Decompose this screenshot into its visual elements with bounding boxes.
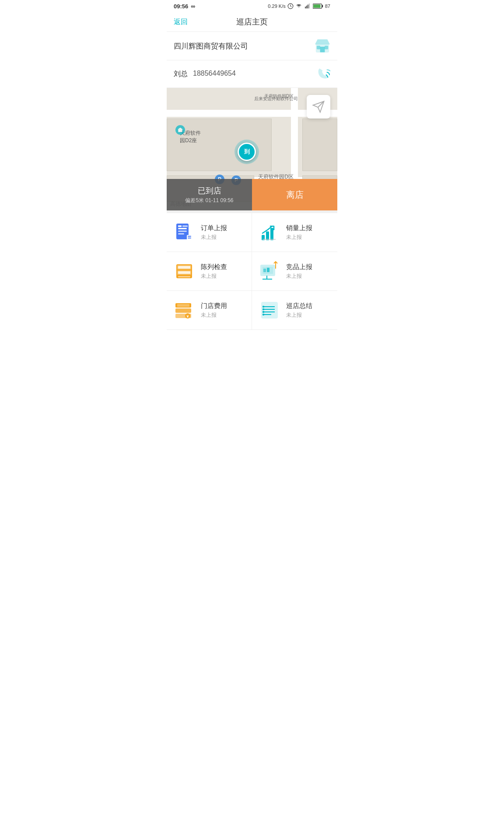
action-text-tour-summary: 巡店总结 未上报 [286,302,312,319]
leave-button[interactable]: 离店 [252,179,337,210]
map-area: 天府软件园D区 后来安运外勤软件公司 天府软件园D2座 天府软件园D区 P P … [167,88,337,210]
svg-rect-1 [305,7,306,8]
svg-rect-31 [178,276,190,277]
action-item-store-fee[interactable]: ¥ 门店费用 未上报 [167,291,252,330]
svg-rect-18 [178,225,182,227]
call-icon[interactable] [315,66,330,81]
svg-rect-22 [188,236,191,237]
svg-rect-10 [317,46,320,49]
action-status-display-check: 未上报 [201,273,227,280]
header: 返回 巡店主页 [167,12,337,32]
d2-marker [175,125,185,135]
time-display: 09:56 [174,3,188,10]
action-item-tour-summary[interactable]: 巡店总结 未上报 [252,291,337,330]
company-info-section: 四川辉图商贸有限公司 [167,32,337,60]
contact-name: 刘总 [174,70,188,79]
action-item-display-check[interactable]: 陈列检查 未上报 [167,252,252,291]
leave-label: 离店 [286,189,304,201]
status-right: 0.29 K/s 87 [268,3,330,9]
infinity-icon: ∞ [191,3,195,10]
store-icon [315,38,330,54]
battery-level: 87 [325,4,330,9]
status-bar: 09:56 ∞ 0.29 K/s 87 [167,0,337,12]
action-status-tour-summary: 未上报 [286,312,312,319]
contact-phone: 18856449654 [193,70,236,79]
action-icon-order-report [174,222,195,243]
action-title-display-check: 陈列检查 [201,263,227,271]
svg-text:¥: ¥ [186,314,189,318]
svg-rect-30 [178,271,190,274]
action-text-sales-report: 销量上报 未上报 [286,224,312,241]
clock-icon [287,3,294,9]
arrived-button[interactable]: 已到店 偏差5米 01-11 09:56 [167,179,252,210]
svg-rect-29 [178,266,190,269]
action-item-compete-report[interactable]: 竞品上报 未上报 [252,252,337,291]
svg-rect-9 [320,47,325,52]
svg-rect-11 [325,46,328,49]
action-status-store-fee: 未上报 [201,312,227,319]
action-icon-sales-report [259,222,280,243]
svg-rect-15 [178,228,187,229]
action-text-order-report: 订单上报 未上报 [201,224,227,241]
svg-rect-40 [175,308,191,313]
network-speed: 0.29 K/s [268,4,285,9]
svg-rect-6 [322,5,323,7]
battery-icon [313,3,323,9]
svg-rect-25 [270,228,273,240]
page-title: 巡店主页 [236,17,268,27]
map-marker: 到 [234,140,259,164]
svg-rect-3 [308,5,308,9]
action-item-sales-report[interactable]: 销量上报 未上报 [252,213,337,252]
navigation-button[interactable] [307,95,330,119]
action-icon-store-fee: ¥ [174,300,195,321]
action-item-order-report[interactable]: 订单上报 未上报 [167,213,252,252]
svg-rect-4 [309,4,310,8]
action-grid: 订单上报 未上报 销量上报 未上报 陈列检查 未上报 [167,210,337,330]
svg-rect-53 [262,314,264,315]
action-icon-display-check [174,261,195,282]
map-block2 [302,119,337,171]
svg-rect-51 [262,308,264,310]
svg-rect-34 [263,269,266,272]
action-title-compete-report: 竞品上报 [286,263,312,271]
svg-rect-50 [262,306,264,308]
arrived-sub-label: 偏差5米 01-11 09:56 [185,197,233,204]
action-status-sales-report: 未上报 [286,234,312,241]
contact-info: 刘总 18856449654 [174,70,236,79]
action-title-sales-report: 销量上报 [286,224,312,232]
action-title-tour-summary: 巡店总结 [286,302,312,310]
action-status-compete-report: 未上报 [286,273,312,280]
action-icon-tour-summary [259,300,280,321]
action-status-order-report: 未上报 [201,234,227,241]
svg-rect-35 [267,268,270,272]
svg-rect-24 [266,231,269,240]
status-left: 09:56 ∞ [174,3,195,10]
wifi-icon [295,3,302,9]
svg-rect-21 [188,238,191,238]
svg-rect-16 [178,231,187,232]
svg-rect-7 [313,4,320,8]
action-icon-compete-report [259,261,280,282]
svg-rect-2 [306,6,307,8]
svg-rect-19 [182,225,188,227]
company-name: 四川辉图商贸有限公司 [174,41,248,51]
contact-section: 刘总 18856449654 [167,60,337,88]
svg-rect-12 [178,130,182,132]
signal-icon [304,3,311,9]
arrived-main-label: 已到店 [198,186,221,196]
svg-rect-17 [178,233,184,234]
marker-outer: 到 [234,140,259,164]
back-button[interactable]: 返回 [174,18,188,27]
map-bottom-buttons: 已到店 偏差5米 01-11 09:56 离店 [167,179,337,210]
action-text-store-fee: 门店费用 未上报 [201,302,227,319]
action-title-store-fee: 门店费用 [201,302,227,310]
action-text-compete-report: 竞品上报 未上报 [286,263,312,280]
svg-rect-52 [262,311,264,313]
svg-rect-45 [262,302,277,318]
svg-rect-42 [177,304,189,307]
marker-inner: 到 [238,143,256,161]
action-text-display-check: 陈列检查 未上报 [201,263,227,280]
map-label-2: 后来安运外勤软件公司 [254,96,298,102]
action-title-order-report: 订单上报 [201,224,227,232]
